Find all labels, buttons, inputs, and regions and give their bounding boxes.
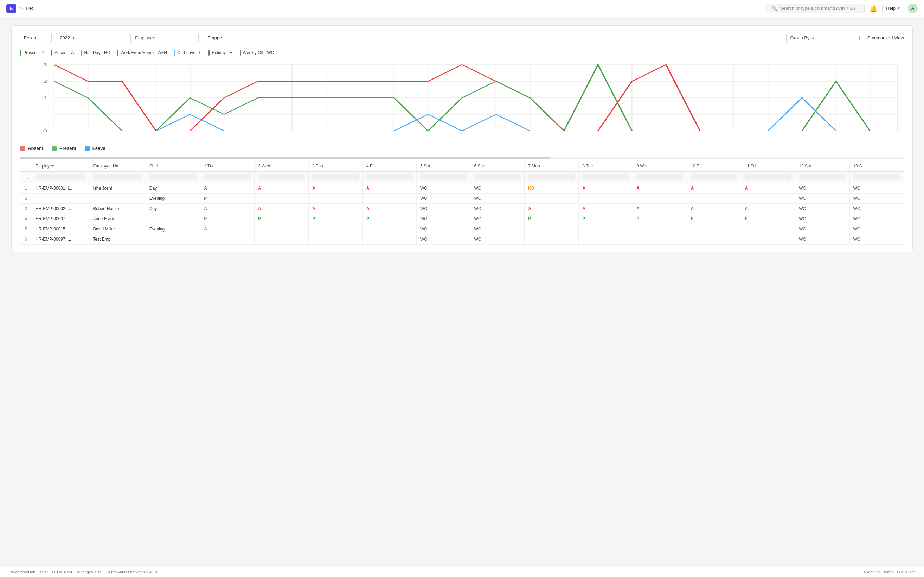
emp-name-6[interactable]: Test Emp — [89, 234, 146, 245]
attendance-table-wrap: Employee Employee Na... Shift 1 Tue 2 We… — [20, 161, 904, 245]
emp-id-4[interactable]: HR-EMP-00007: ... — [32, 214, 89, 224]
col-d12[interactable]: 12 Sat — [795, 161, 850, 172]
d3-3: A — [309, 204, 363, 214]
employee-filter[interactable] — [130, 33, 199, 43]
d2-3: A — [254, 204, 309, 214]
user-avatar[interactable]: A — [908, 3, 918, 13]
breadcrumb-page[interactable]: HR — [26, 6, 33, 11]
svg-text:...: ... — [663, 134, 669, 137]
table-row: 1 HR-EMP-00001: I... Isha Joshi Day A A … — [20, 183, 904, 193]
col-d9[interactable]: 9 Wed — [633, 161, 687, 172]
month-select[interactable]: Feb ⬍ — [20, 33, 52, 43]
filter-d3[interactable] — [312, 174, 359, 181]
d1-6 — [201, 234, 255, 245]
col-d8[interactable]: 8 Tue — [579, 161, 633, 172]
help-button[interactable]: Help ▼ — [882, 3, 904, 13]
filter-d11[interactable] — [745, 174, 791, 181]
d11-6 — [741, 234, 795, 245]
filter-d9[interactable] — [636, 174, 683, 181]
row-num-6: 6 — [20, 234, 32, 245]
d9-1: A — [633, 183, 687, 193]
d8-4: P — [579, 214, 633, 224]
d6-5: WO — [471, 224, 525, 234]
d12-4: WO — [795, 214, 850, 224]
emp-name-5[interactable]: David Miller — [89, 224, 146, 234]
emp-id-3[interactable]: HR-EMP-00002: ... — [32, 204, 89, 214]
col-d7[interactable]: 7 Mon — [525, 161, 579, 172]
emp-name-1[interactable]: Isha Joshi — [89, 183, 146, 193]
svg-text:...: ... — [221, 134, 227, 137]
legend-absent: Absent - A — [51, 50, 74, 56]
d10-4: P — [687, 214, 741, 224]
filter-d8[interactable] — [582, 174, 629, 181]
filter-d5[interactable] — [420, 174, 466, 181]
d11-4: P — [741, 214, 795, 224]
absent-color-dot — [51, 50, 52, 56]
filter-d13[interactable] — [853, 174, 900, 181]
d12-1: WO — [795, 183, 850, 193]
company-filter[interactable] — [203, 33, 271, 43]
col-employee-id[interactable]: Employee — [32, 161, 89, 172]
col-d3[interactable]: 3 Thu — [309, 161, 363, 172]
col-d2[interactable]: 2 Wed — [254, 161, 309, 172]
d7-5 — [525, 224, 579, 234]
filter-shift[interactable] — [149, 174, 196, 181]
emp-name-2[interactable] — [89, 193, 146, 204]
filter-d2[interactable] — [258, 174, 305, 181]
filter-check-cell[interactable] — [20, 172, 32, 183]
emp-id-5[interactable]: HR-EMP-00015: ... — [32, 224, 89, 234]
d11-2 — [741, 193, 795, 204]
emp-id-6[interactable]: HR-EMP-00097: ... — [32, 234, 89, 245]
col-employee-name[interactable]: Employee Na... — [89, 161, 146, 172]
d7-1: HD — [525, 183, 579, 193]
col-d1[interactable]: 1 Tue — [201, 161, 255, 172]
svg-text:...: ... — [425, 134, 431, 137]
filter-d4[interactable] — [366, 174, 413, 181]
filter-employee-id[interactable] — [35, 174, 85, 181]
table-row: 2 Evening P WO WO — [20, 193, 904, 204]
select-all-checkbox[interactable] — [24, 174, 28, 179]
filter-d6[interactable] — [474, 174, 521, 181]
group-by-select[interactable]: Group By ⬍ — [786, 33, 857, 43]
d3-2 — [309, 193, 363, 204]
attendance-card: Feb ⬍ 2022 ⬍ Group By ⬍ Summarized View — [11, 25, 913, 252]
emp-id-1[interactable]: HR-EMP-00001: I... — [32, 183, 89, 193]
col-d4[interactable]: 4 Fri — [363, 161, 417, 172]
search-placeholder: Search or type a command (Ctrl + G) — [780, 6, 855, 11]
emp-id-2[interactable] — [32, 193, 89, 204]
year-select[interactable]: 2022 ⬍ — [56, 33, 126, 43]
d5-2: WO — [416, 193, 470, 204]
col-d11[interactable]: 11 Fri — [741, 161, 795, 172]
table-scrollbar[interactable] — [20, 156, 904, 160]
shift-3: Day — [146, 204, 200, 214]
col-d13[interactable]: 13 S... — [850, 161, 904, 172]
emp-name-4[interactable]: Anne Frank — [89, 214, 146, 224]
present-legend-dot — [52, 146, 56, 151]
col-d6[interactable]: 6 Sun — [471, 161, 525, 172]
filter-d10[interactable] — [691, 174, 737, 181]
col-d10[interactable]: 10 T... — [687, 161, 741, 172]
emp-name-3[interactable]: Robert House — [89, 204, 146, 214]
filter-employee-name[interactable] — [93, 174, 142, 181]
d9-2 — [633, 193, 687, 204]
summarized-checkbox[interactable] — [859, 35, 864, 40]
search-bar[interactable]: 🔍 Search or type a command (Ctrl + G) — [766, 3, 865, 13]
col-d5[interactable]: 5 Sat — [416, 161, 470, 172]
svg-text:...: ... — [527, 134, 533, 137]
legend-leave: On Leave - L — [174, 50, 201, 56]
filter-d1[interactable] — [204, 174, 251, 181]
notification-bell[interactable]: 🔔 — [868, 3, 879, 14]
svg-text:...: ... — [867, 134, 873, 137]
d13-2: WO — [850, 193, 904, 204]
month-chevron-icon: ⬍ — [34, 36, 37, 40]
filter-d7[interactable] — [528, 174, 575, 181]
d9-6 — [633, 234, 687, 245]
app-icon[interactable]: E — [6, 3, 16, 13]
d2-1: A — [254, 183, 309, 193]
legend-row: Present - P Absent - A Half Day - HD Wor… — [20, 50, 904, 56]
filter-d12[interactable] — [799, 174, 845, 181]
col-shift[interactable]: Shift — [146, 161, 200, 172]
svg-text:...: ... — [731, 134, 737, 137]
svg-text:...: ... — [595, 134, 601, 137]
svg-text:...: ... — [629, 134, 635, 137]
